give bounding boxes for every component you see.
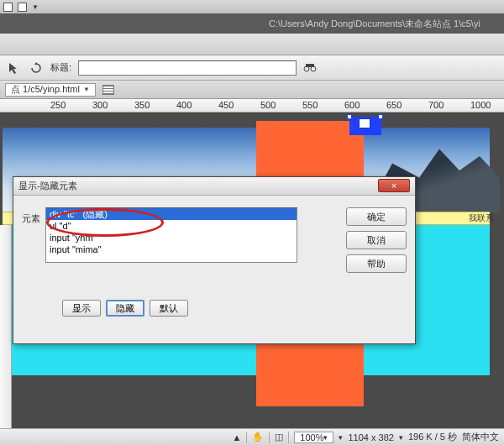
vertical-ruler [0, 225, 12, 445]
ruler-mark: 400 [176, 100, 192, 110]
elements-label: 元素 [22, 207, 40, 273]
document-tabbar: 点 1/c5/yinp.html ▼ [0, 81, 504, 99]
cancel-button[interactable]: 取消 [346, 231, 407, 249]
window-titlebar: C:\Users\Andy Dong\Documents\未命名站点 1\c5\… [0, 13, 504, 34]
properties-toolbar: 标题: [0, 55, 504, 81]
chevron-down-icon: ▾ [323, 433, 328, 442]
horizontal-ruler: 2503003504004505005506006507001000 [0, 99, 504, 113]
ruler-mark: 700 [428, 100, 444, 110]
ruler-mark: 300 [92, 100, 108, 110]
anchor-tl[interactable] [347, 114, 352, 119]
list-item[interactable]: input "mima" [46, 243, 297, 255]
chevron-down-icon: ▼ [83, 86, 90, 93]
ruler-mark: 450 [218, 100, 234, 110]
document-tab[interactable]: 点 1/c5/yinp.html ▼ [5, 83, 96, 97]
title-input[interactable] [78, 60, 297, 76]
encoding: 简体中文 [462, 431, 499, 443]
title-label: 标题: [50, 61, 71, 74]
hand-icon[interactable]: ✋ [252, 432, 264, 442]
binoculars-icon[interactable] [303, 61, 317, 75]
ruler-mark: 250 [50, 100, 66, 110]
list-item[interactable]: div "tc" (隐藏) [46, 208, 297, 220]
anchor-tr[interactable] [378, 114, 383, 119]
list-item[interactable]: input "yhm" [46, 232, 297, 243]
layout-icon[interactable] [3, 3, 13, 12]
size-time: 196 K / 5 秒 [408, 431, 457, 443]
refresh-icon[interactable] [29, 60, 44, 76]
status-bar: ▲ ✋ ◫ 100% ▾ ▾ 1104 x 382 ▾ 196 K / 5 秒 … [0, 428, 504, 445]
chevron-down-icon[interactable]: ▼ [32, 3, 39, 11]
ruler-mark: 500 [260, 100, 276, 110]
cursor-icon[interactable]: ▲ [232, 432, 241, 442]
tab-label: 点 1/c5/yinp.html [11, 83, 80, 96]
nav-link[interactable]: 我联系 [469, 212, 494, 225]
selection-icon[interactable]: ◫ [275, 432, 283, 442]
dialog-titlebar[interactable]: 显示-隐藏元素 × [13, 177, 415, 196]
close-icon: × [391, 181, 396, 191]
dimensions: 1104 x 382 [348, 432, 393, 442]
default-button[interactable]: 默认 [150, 300, 188, 317]
show-hide-dialog: 显示-隐藏元素 × 元素 div "tc" (隐藏)ul "d"input "y… [13, 176, 416, 344]
document-path: C:\Users\Andy Dong\Documents\未命名站点 1\c5\… [269, 18, 480, 30]
lines-icon[interactable] [102, 85, 114, 95]
hide-button[interactable]: 隐藏 [106, 300, 144, 317]
top-toolbar: ▼ [0, 0, 504, 13]
chevron-down-icon[interactable]: ▾ [399, 433, 403, 442]
show-button[interactable]: 显示 [62, 300, 101, 317]
zoom-level[interactable]: 100% ▾ [294, 432, 333, 443]
chevron-down-icon[interactable]: ▾ [339, 433, 343, 442]
help-button[interactable]: 帮助 [346, 254, 407, 273]
ruler-mark: 350 [134, 100, 150, 110]
close-button[interactable]: × [378, 179, 410, 192]
ruler-mark: 1000 [470, 100, 491, 110]
panel-strip [0, 34, 504, 55]
layout2-icon[interactable] [18, 3, 27, 12]
pointer-icon[interactable] [7, 60, 22, 76]
ruler-mark: 600 [344, 100, 360, 110]
svg-rect-2 [306, 64, 314, 67]
selection-handle[interactable] [349, 117, 381, 135]
ok-button[interactable]: 确定 [346, 207, 407, 226]
ruler-mark: 550 [302, 100, 318, 110]
list-item[interactable]: ul "d" [46, 220, 297, 232]
dialog-title: 显示-隐藏元素 [18, 180, 77, 192]
elements-listbox[interactable]: div "tc" (隐藏)ul "d"input "yhm"input "mim… [45, 207, 297, 263]
selection-inner [359, 118, 370, 128]
ruler-mark: 650 [386, 100, 402, 110]
